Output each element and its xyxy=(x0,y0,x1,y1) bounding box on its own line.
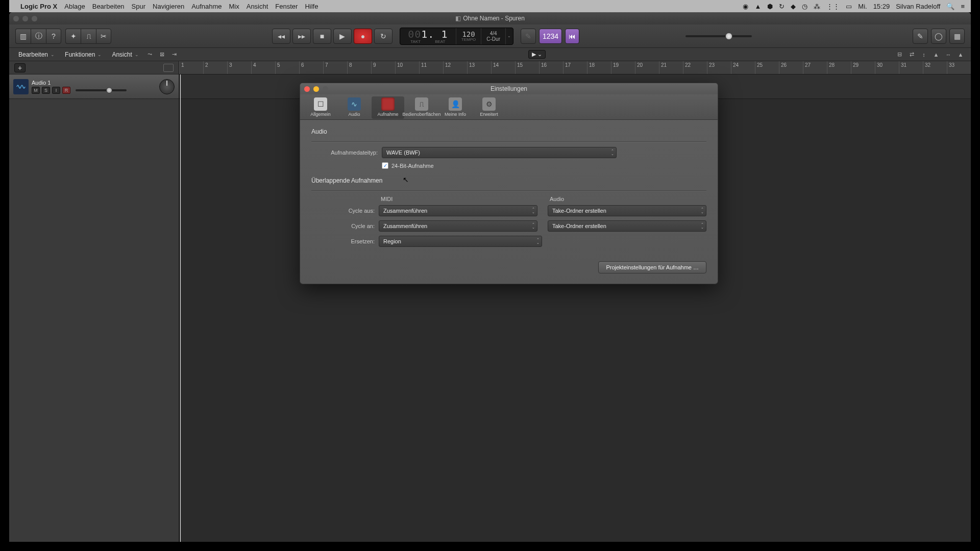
ruler-tick[interactable]: 17 xyxy=(563,61,587,74)
window-zoom-icon[interactable] xyxy=(32,16,37,21)
tab-erweitert[interactable]: ⚙Erweitert xyxy=(473,96,505,119)
ruler-tick[interactable]: 22 xyxy=(683,61,707,74)
ruler-tick[interactable]: 4 xyxy=(251,61,275,74)
catch-icon[interactable]: ⇥ xyxy=(169,51,180,59)
pan-knob[interactable] xyxy=(159,79,175,94)
inspector-button[interactable]: ⓘ xyxy=(31,29,46,44)
pointer-tool[interactable]: ▶ ⌄ xyxy=(528,50,546,59)
master-volume-slider[interactable] xyxy=(685,35,752,37)
tab-aufnahme[interactable]: Aufnahme xyxy=(372,96,404,119)
ruler-tick[interactable]: 25 xyxy=(755,61,779,74)
ruler-tick[interactable]: 20 xyxy=(635,61,659,74)
volume-knob[interactable] xyxy=(725,33,732,40)
count-in-button[interactable]: 1234 xyxy=(539,29,562,44)
track-name[interactable]: Audio 1 xyxy=(32,80,153,86)
browser-button[interactable]: ▦ xyxy=(949,29,965,44)
solo-button[interactable]: S xyxy=(42,87,50,94)
status-bluetooth-icon[interactable]: ⁂ xyxy=(814,3,820,10)
menu-list-icon[interactable]: ≡ xyxy=(961,3,965,10)
menu-ansicht[interactable]: Ansicht xyxy=(247,3,268,10)
ruler-tick[interactable]: 27 xyxy=(803,61,827,74)
ruler-tick[interactable]: 26 xyxy=(779,61,803,74)
ruler-tick[interactable]: 10 xyxy=(395,61,419,74)
notepad-button[interactable]: ✎ xyxy=(913,29,928,44)
app-name[interactable]: Logic Pro X xyxy=(20,3,57,10)
settings-zoom-icon[interactable] xyxy=(323,86,328,92)
audio-cycle-off-select[interactable]: Take-Ordner erstellen xyxy=(548,205,706,216)
window-titlebar[interactable]: ◧Ohne Namen - Spuren xyxy=(9,12,971,24)
ruler-tick[interactable]: 11 xyxy=(419,61,443,74)
stop-button[interactable]: ■ xyxy=(313,29,331,44)
mute-button[interactable]: M xyxy=(32,87,40,94)
ruler-tick[interactable]: 13 xyxy=(467,61,491,74)
status-wifi-icon[interactable]: ⋮⋮ xyxy=(826,3,840,10)
lcd-display[interactable]: 001. 1 TAKTBEAT 120 TEMPO 4/4 C-Dur ⌄ xyxy=(400,28,513,45)
global-tracks-button[interactable] xyxy=(163,64,174,72)
spotlight-icon[interactable]: 🔍 xyxy=(946,3,954,10)
fader-knob[interactable] xyxy=(106,87,112,93)
ruler-tick[interactable]: 9 xyxy=(371,61,395,74)
status-cloud-icon[interactable]: ▲ xyxy=(754,3,761,10)
flex-icon[interactable]: ⊠ xyxy=(157,51,167,59)
automation-icon[interactable]: ⤳ xyxy=(145,51,155,59)
24bit-checkbox[interactable]: ✓ xyxy=(382,162,388,169)
playhead[interactable] xyxy=(180,74,181,542)
tab-bedien[interactable]: ⎍Bedienoberflächen xyxy=(405,96,438,119)
ruler-tick[interactable]: 24 xyxy=(731,61,755,74)
tab-audio[interactable]: ∿Audio xyxy=(338,96,371,119)
track-row[interactable]: Audio 1 M S I R xyxy=(9,74,179,99)
user-name[interactable]: Silvan Radeloff xyxy=(896,3,940,10)
functions-menu[interactable]: Funktionen xyxy=(61,50,106,59)
window-minimize-icon[interactable] xyxy=(22,16,28,21)
ruler-tick[interactable]: 1 xyxy=(179,61,203,74)
loops-button[interactable]: ◯ xyxy=(931,29,946,44)
record-enable-button[interactable]: R xyxy=(62,87,70,94)
smart-controls-button[interactable]: ✦ xyxy=(65,29,81,44)
view-menu[interactable]: Ansicht xyxy=(108,50,142,59)
menu-ablage[interactable]: Ablage xyxy=(64,3,85,10)
help-button[interactable]: ? xyxy=(46,29,61,44)
midi-replace-select[interactable]: Region xyxy=(379,236,542,247)
ruler-tick[interactable]: 8 xyxy=(347,61,371,74)
status-sync-icon[interactable]: ↻ xyxy=(779,3,785,10)
settings-close-icon[interactable] xyxy=(304,86,310,92)
menu-hilfe[interactable]: Hilfe xyxy=(305,3,318,10)
link-icon[interactable]: ⇄ xyxy=(906,51,917,59)
menu-aufnahme[interactable]: Aufnahme xyxy=(191,3,222,10)
audio-cycle-on-select[interactable]: Take-Ordner erstellen xyxy=(548,220,706,232)
menu-bearbeiten[interactable]: Bearbeiten xyxy=(92,3,125,10)
metronome-button[interactable]: ⏮ xyxy=(565,29,579,44)
window-close-icon[interactable] xyxy=(13,16,19,21)
zoom-horiz-icon[interactable]: ↔ xyxy=(943,51,953,59)
mixer-button[interactable]: ⎍ xyxy=(81,29,96,44)
input-mon-button[interactable]: I xyxy=(52,87,60,94)
project-settings-button[interactable]: Projekteinstellungen für Aufnahme … xyxy=(598,261,706,273)
midi-cycle-on-select[interactable]: Zusammenführen xyxy=(379,220,537,232)
status-diamond-icon[interactable]: ◆ xyxy=(791,3,796,10)
lcd-timesig[interactable]: 4/4 xyxy=(490,31,497,36)
lock-icon[interactable]: ▲ xyxy=(931,51,941,59)
library-button[interactable]: ▥ xyxy=(15,29,31,44)
ruler-tick[interactable]: 29 xyxy=(851,61,875,74)
edit-menu[interactable]: Bearbeiten xyxy=(14,50,59,59)
ruler-tick[interactable]: 12 xyxy=(443,61,467,74)
lcd-position[interactable]: 1. 1 xyxy=(421,28,448,40)
settings-titlebar[interactable]: Einstellungen xyxy=(300,83,718,94)
ruler-tick[interactable]: 18 xyxy=(587,61,611,74)
ruler-tick[interactable]: 6 xyxy=(299,61,323,74)
ruler-tick[interactable]: 33 xyxy=(947,61,971,74)
add-track-button[interactable]: + xyxy=(14,63,26,72)
ruler-tick[interactable]: 3 xyxy=(227,61,251,74)
status-record-icon[interactable]: ◉ xyxy=(743,3,748,10)
play-button[interactable]: ▶ xyxy=(333,29,352,44)
cycle-button[interactable]: ↻ xyxy=(374,29,393,44)
rewind-button[interactable]: ◂◂ xyxy=(272,29,290,44)
ruler-tick[interactable]: 15 xyxy=(515,61,539,74)
filetype-select[interactable]: WAVE (BWF) xyxy=(382,147,617,158)
status-dropbox-icon[interactable]: ⬢ xyxy=(767,3,773,10)
ruler-tick[interactable]: 5 xyxy=(275,61,299,74)
menu-navigieren[interactable]: Navigieren xyxy=(153,3,184,10)
clock-day[interactable]: Mi. xyxy=(858,3,867,10)
lcd-key[interactable]: C-Dur xyxy=(486,36,500,42)
settings-minimize-icon[interactable] xyxy=(313,86,319,92)
